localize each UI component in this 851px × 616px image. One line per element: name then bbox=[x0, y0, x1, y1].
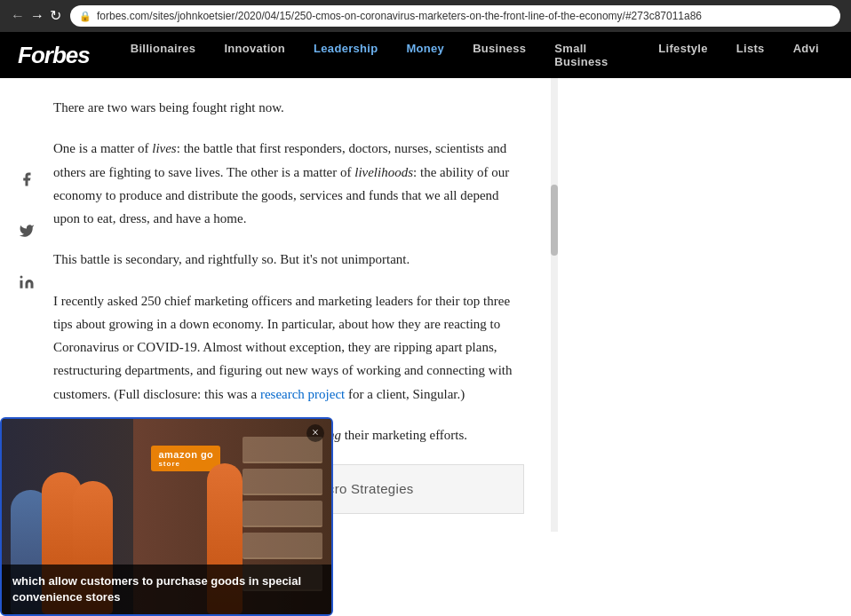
scrollbar-thumb[interactable] bbox=[551, 185, 558, 256]
paragraph-4: I recently asked 250 chief marketing off… bbox=[53, 289, 524, 406]
person-orange bbox=[207, 463, 243, 532]
paragraph-2: One is a matter of lives: the battle tha… bbox=[53, 137, 524, 230]
nav-item-business[interactable]: Business bbox=[458, 42, 540, 68]
nav-buttons: ← → ↻ bbox=[11, 9, 61, 23]
paragraph-1: There are two wars being fought right no… bbox=[53, 96, 524, 119]
video-widget: × amazon gostore w bbox=[0, 417, 333, 532]
video-thumbnail[interactable]: amazon gostore which allow customers to … bbox=[2, 419, 331, 532]
facebook-icon[interactable] bbox=[14, 167, 39, 192]
forbes-navbar: Forbes Billionaires Innovation Leadershi… bbox=[0, 32, 851, 78]
shelf-area bbox=[243, 437, 322, 532]
forbes-logo[interactable]: Forbes bbox=[18, 42, 90, 69]
video-scene: amazon gostore bbox=[2, 419, 331, 532]
nav-item-money[interactable]: Money bbox=[392, 42, 458, 68]
nav-item-lists[interactable]: Lists bbox=[722, 42, 779, 68]
browser-chrome: ← → ↻ 🔒 forbes.com/sites/johnkoetsier/20… bbox=[0, 0, 851, 32]
svg-point-0 bbox=[20, 276, 23, 279]
amazon-go-sign: amazon gostore bbox=[151, 446, 220, 471]
back-button[interactable]: ← bbox=[11, 9, 25, 23]
nav-item-billionaires[interactable]: Billionaires bbox=[116, 42, 211, 68]
url-text: forbes.com/sites/johnkoetsier/2020/04/15… bbox=[97, 10, 702, 22]
shelf-3 bbox=[243, 501, 322, 527]
nav-menu: Billionaires Innovation Leadership Money… bbox=[116, 42, 833, 68]
nav-item-small-business[interactable]: Small Business bbox=[540, 42, 644, 68]
address-bar[interactable]: 🔒 forbes.com/sites/johnkoetsier/2020/04/… bbox=[70, 5, 840, 27]
forward-button[interactable]: → bbox=[30, 9, 44, 23]
scene-left bbox=[2, 419, 133, 532]
nav-item-advi[interactable]: Advi bbox=[779, 42, 833, 68]
linkedin-icon[interactable] bbox=[14, 270, 39, 295]
shelf-2 bbox=[243, 469, 322, 495]
nav-item-lifestyle[interactable]: Lifestyle bbox=[644, 42, 721, 68]
video-close-button[interactable]: × bbox=[306, 424, 324, 442]
twitter-icon[interactable] bbox=[14, 218, 39, 243]
nav-item-innovation[interactable]: Innovation bbox=[210, 42, 299, 68]
lock-icon: 🔒 bbox=[79, 11, 91, 22]
refresh-button[interactable]: ↻ bbox=[50, 9, 61, 23]
research-project-link[interactable]: research project bbox=[260, 387, 345, 401]
nav-item-leadership[interactable]: Leadership bbox=[299, 42, 392, 68]
person-silhouette-3 bbox=[73, 481, 113, 532]
scrollbar[interactable] bbox=[551, 78, 558, 532]
paragraph-3: This battle is secondary, and rightfully… bbox=[53, 248, 524, 271]
scene-right: amazon gostore bbox=[133, 419, 331, 532]
